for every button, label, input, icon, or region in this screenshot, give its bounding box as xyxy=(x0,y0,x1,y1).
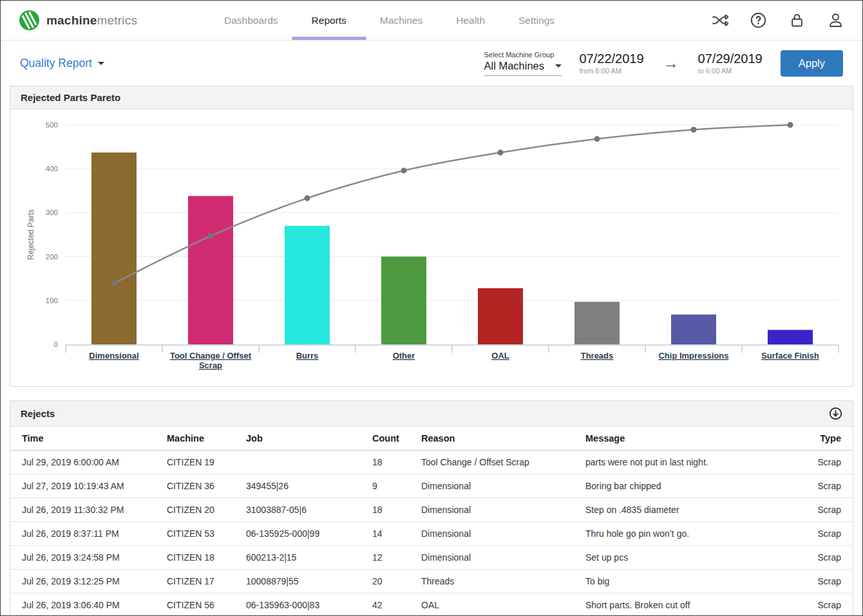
bar-surface-finish[interactable] xyxy=(768,330,813,344)
bar-oal[interactable] xyxy=(478,288,523,344)
column-header-machine: Machine xyxy=(167,427,246,451)
x-tick-label[interactable]: OAL xyxy=(491,351,509,360)
nav-icon-group xyxy=(711,12,844,29)
report-controls: Quality Report Select Machine Group All … xyxy=(1,41,862,86)
cell-job: 06-135925-000|99 xyxy=(246,522,372,546)
cumulative-point[interactable] xyxy=(401,167,407,173)
chevron-down-icon xyxy=(555,64,562,68)
table-row: Jul 29, 2019 6:00:00 AMCITIZEN 1918Tool … xyxy=(10,451,853,474)
x-tick-label[interactable]: Chip Impressions xyxy=(658,351,728,360)
bar-burrs[interactable] xyxy=(285,226,330,344)
end-date-value: 07/29/2019 xyxy=(698,51,763,66)
brand-name: machinemetrics xyxy=(46,14,137,28)
end-date-sub: to 6:00 AM xyxy=(698,67,763,75)
cell-count: 42 xyxy=(372,593,421,616)
cell-machine: CITIZEN 36 xyxy=(167,474,246,498)
cell-message: Boring bar chipped xyxy=(585,474,802,498)
cumulative-point[interactable] xyxy=(111,281,117,286)
bar-threads[interactable] xyxy=(574,302,620,344)
cell-message: Set up pcs xyxy=(585,546,802,570)
table-row: Jul 26, 2019 3:06:40 PMCITIZEN 5606-1359… xyxy=(10,593,853,616)
x-tick-label[interactable]: Surface Finish xyxy=(761,351,819,360)
report-type-dropdown[interactable]: Quality Report xyxy=(20,57,104,70)
start-date-value: 07/22/2019 xyxy=(580,51,644,66)
end-date-picker[interactable]: 07/29/2019 to 6:00 AM xyxy=(698,51,763,75)
cell-machine: CITIZEN 19 xyxy=(167,451,246,474)
cell-message: Thru hole go pin won’t go. xyxy=(585,522,802,546)
x-tick-label[interactable]: Scrap xyxy=(199,360,222,370)
cumulative-point[interactable] xyxy=(498,149,504,155)
table-row: Jul 26, 2019 11:30:32 PMCITIZEN 20310038… xyxy=(10,498,853,522)
column-header-job: Job xyxy=(246,427,372,451)
cell-reason: Dimensional xyxy=(421,522,585,546)
x-tick-label[interactable]: Burrs xyxy=(296,351,319,360)
cell-count: 14 xyxy=(372,522,421,546)
shuffle-icon[interactable] xyxy=(711,12,728,29)
bar-chip-impressions[interactable] xyxy=(671,315,716,344)
cell-job: 10008879|55 xyxy=(246,570,372,593)
nav-item-machines[interactable]: Machines xyxy=(380,1,422,40)
machine-group-value: All Machines xyxy=(484,60,545,72)
cell-count: 18 xyxy=(372,498,421,522)
rejects-table: TimeMachineJobCountReasonMessageType Jul… xyxy=(10,427,853,616)
cell-time: Jul 26, 2019 3:06:40 PM xyxy=(10,593,167,616)
cell-machine: CITIZEN 20 xyxy=(167,498,246,522)
bar-tool-change-offset-scrap[interactable] xyxy=(188,196,233,344)
cell-message: Step on .4835 diameter xyxy=(585,498,802,522)
x-tick-label[interactable]: Threads xyxy=(581,351,614,360)
cell-count: 9 xyxy=(372,474,421,498)
cell-count: 12 xyxy=(372,546,421,570)
date-range-arrow-icon: → xyxy=(662,54,680,72)
y-tick-label: 400 xyxy=(46,165,58,173)
top-nav: machinemetrics DashboardsReportsMachines… xyxy=(1,1,862,41)
lock-icon[interactable] xyxy=(788,12,806,29)
column-header-message: Message xyxy=(585,427,802,451)
table-header-row: TimeMachineJobCountReasonMessageType xyxy=(10,427,853,451)
cell-time: Jul 26, 2019 3:24:58 PM xyxy=(10,546,167,570)
cumulative-point[interactable] xyxy=(691,127,697,133)
table-row: Jul 26, 2019 8:37:11 PMCITIZEN 5306-1359… xyxy=(10,522,853,546)
table-row: Jul 27, 2019 10:19:43 AMCITIZEN 36349455… xyxy=(10,474,853,498)
machine-group-select[interactable]: Select Machine Group All Machines xyxy=(484,51,562,76)
bar-dimensional[interactable] xyxy=(91,153,137,344)
nav-item-health[interactable]: Health xyxy=(456,1,485,40)
cumulative-point[interactable] xyxy=(788,122,793,128)
download-button[interactable] xyxy=(829,407,842,420)
column-header-type: Type xyxy=(802,427,853,451)
rejects-card: Rejects TimeMachineJobCountReasonMessage… xyxy=(10,400,853,616)
column-header-time: Time xyxy=(10,427,167,451)
table-row: Jul 26, 2019 3:12:25 PMCITIZEN 171000887… xyxy=(10,570,853,593)
cell-type: Scrap xyxy=(802,522,853,546)
rejects-card-header: Rejects xyxy=(10,401,853,427)
apply-button[interactable]: Apply xyxy=(781,50,843,77)
rejects-card-title: Rejects xyxy=(21,408,55,419)
table-row: Jul 26, 2019 3:24:58 PMCITIZEN 18600213-… xyxy=(10,546,853,570)
x-tick-label[interactable]: Other xyxy=(393,351,415,360)
user-icon[interactable] xyxy=(827,12,844,29)
bar-other[interactable] xyxy=(381,257,426,344)
cell-machine: CITIZEN 17 xyxy=(167,570,246,593)
chevron-down-icon xyxy=(98,62,104,65)
cell-type: Scrap xyxy=(802,570,853,593)
cumulative-point[interactable] xyxy=(594,136,600,142)
column-header-reason: Reason xyxy=(421,427,585,451)
nav-item-dashboards[interactable]: Dashboards xyxy=(224,1,278,40)
cell-reason: Dimensional xyxy=(421,546,585,570)
nav-item-settings[interactable]: Settings xyxy=(518,1,555,40)
cell-job: 349455|26 xyxy=(246,474,372,498)
cumulative-point[interactable] xyxy=(208,233,214,239)
cell-machine: CITIZEN 56 xyxy=(167,593,246,616)
cumulative-point[interactable] xyxy=(305,195,310,201)
machinemetrics-logo[interactable]: machinemetrics xyxy=(19,10,137,31)
cell-message: parts were not put in last night. xyxy=(585,451,802,474)
y-tick-label: 100 xyxy=(46,297,58,304)
x-tick-label[interactable]: Dimensional xyxy=(89,351,138,360)
pareto-card: Rejected Parts Pareto 0100200300400500Re… xyxy=(10,86,853,387)
x-tick-label[interactable]: Tool Change / Offset xyxy=(170,351,252,360)
machine-group-label: Select Machine Group xyxy=(484,51,562,59)
start-date-sub: from 6:00 AM xyxy=(580,67,644,75)
help-icon[interactable] xyxy=(750,12,767,29)
nav-item-reports[interactable]: Reports xyxy=(312,1,346,40)
y-tick-label: 0 xyxy=(54,341,58,348)
start-date-picker[interactable]: 07/22/2019 from 6:00 AM xyxy=(580,51,644,75)
